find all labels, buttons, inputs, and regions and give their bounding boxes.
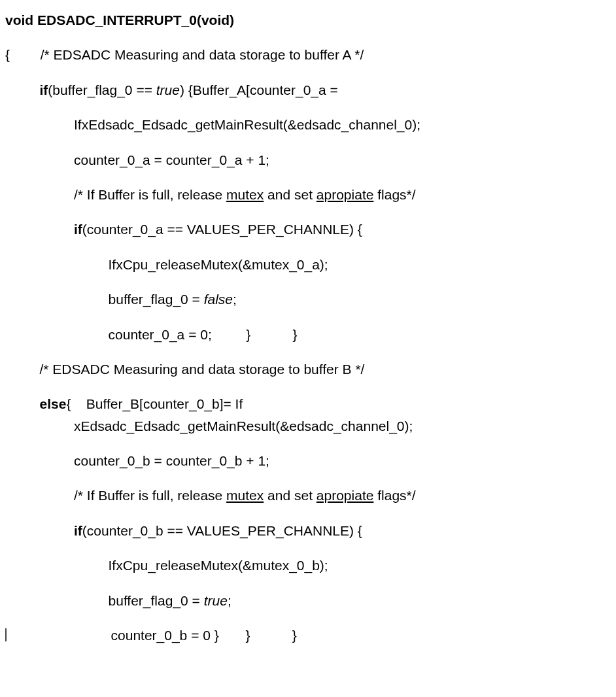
- keyword-void: void: [201, 12, 230, 27]
- underline-apropiate: apropiate: [317, 488, 374, 503]
- cond: (counter_0_b == VALUES_PER_CHANNLE) {: [82, 523, 362, 538]
- stmt: IfxCpu_releaseMutex(&mutex_0_b);: [5, 558, 328, 573]
- stmt: counter_0_b = 0 } } }: [8, 628, 297, 643]
- keyword-if: if: [5, 523, 82, 538]
- underline-mutex: mutex: [226, 187, 264, 202]
- code-line-1: void EDSADC_INTERRUPT_0(void): [5, 10, 611, 29]
- stmt: buffer_flag_0 =: [5, 292, 204, 307]
- code-line-17: buffer_flag_0 = true;: [5, 591, 611, 610]
- code-line-9: buffer_flag_0 = false;: [5, 290, 611, 309]
- comment: /* If Buffer is full, release: [5, 488, 226, 503]
- comment: and set: [264, 488, 317, 503]
- code-line-15: if(counter_0_b == VALUES_PER_CHANNLE) {: [5, 521, 611, 540]
- cond: (buffer_flag_0 ==: [48, 82, 156, 97]
- keyword-true: true: [156, 82, 180, 97]
- func-decl: EDSADC_INTERRUPT_0(: [33, 12, 201, 27]
- stmt: counter_0_a = counter_0_a + 1;: [5, 152, 269, 167]
- underline-mutex: mutex: [226, 488, 264, 503]
- stmt: xEdsadc_Edsadc_getMainResult(&edsadc_cha…: [5, 418, 413, 434]
- stmt: { Buffer_B[counter_0_b]= If: [66, 396, 243, 411]
- stmt: buffer_flag_0 =: [5, 593, 204, 608]
- comment: /* If Buffer is full, release: [5, 187, 226, 202]
- code-line-13: counter_0_b = counter_0_b + 1;: [5, 451, 611, 470]
- semicolon: ;: [233, 292, 237, 307]
- code-line-14: /* If Buffer is full, release mutex and …: [5, 486, 611, 505]
- code-line-10: counter_0_a = 0; } }: [5, 325, 611, 344]
- semicolon: ;: [228, 593, 231, 608]
- code-line-3: if(buffer_flag_0 == true) {Buffer_A[coun…: [5, 80, 611, 99]
- text-cursor-icon: [5, 628, 7, 641]
- keyword-false: false: [204, 292, 233, 307]
- stmt: IfxCpu_releaseMutex(&mutex_0_a);: [5, 257, 328, 272]
- code-listing: void EDSADC_INTERRUPT_0(void) { /* EDSAD…: [5, 10, 611, 645]
- keyword-if: if: [5, 82, 48, 97]
- stmt: IfxEdsadc_Edsadc_getMainResult(&edsadc_c…: [5, 117, 420, 132]
- code-line-12: else{ Buffer_B[counter_0_b]= If xEdsadc_…: [5, 394, 611, 435]
- code-line-16: IfxCpu_releaseMutex(&mutex_0_b);: [5, 556, 611, 575]
- comment: /* EDSADC Measuring and data storage to …: [5, 362, 364, 377]
- code-line-18: counter_0_b = 0 } } }: [5, 626, 611, 645]
- comment: and set: [264, 187, 317, 202]
- code-line-4: IfxEdsadc_Edsadc_getMainResult(&edsadc_c…: [5, 115, 611, 134]
- stmt: counter_0_a = 0; } }: [5, 327, 297, 342]
- code-line-6: /* If Buffer is full, release mutex and …: [5, 185, 611, 204]
- code-line-11: /* EDSADC Measuring and data storage to …: [5, 360, 611, 379]
- keyword-void: void: [5, 12, 33, 27]
- cond-tail: ) {Buffer_A[counter_0_a =: [180, 82, 338, 97]
- underline-apropiate: apropiate: [317, 187, 374, 202]
- keyword-true: true: [204, 593, 228, 608]
- code-line-5: counter_0_a = counter_0_a + 1;: [5, 150, 611, 169]
- stmt: counter_0_b = counter_0_b + 1;: [5, 453, 269, 468]
- code-line-8: IfxCpu_releaseMutex(&mutex_0_a);: [5, 255, 611, 274]
- code-line-7: if(counter_0_a == VALUES_PER_CHANNLE) {: [5, 220, 611, 239]
- keyword-else: else: [5, 396, 66, 411]
- code-line-2: { /* EDSADC Measuring and data storage t…: [5, 45, 611, 64]
- paren: ): [230, 12, 234, 27]
- brace-comment: { /* EDSADC Measuring and data storage t…: [5, 47, 364, 62]
- keyword-if: if: [5, 222, 82, 237]
- comment: flags*/: [373, 187, 415, 202]
- comment: flags*/: [373, 488, 415, 503]
- cond: (counter_0_a == VALUES_PER_CHANNLE) {: [82, 222, 362, 237]
